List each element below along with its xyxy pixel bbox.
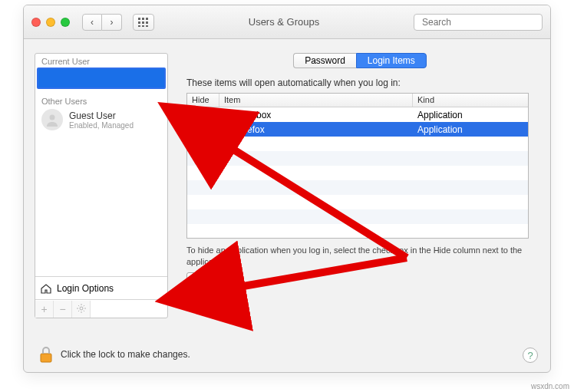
help-button[interactable]: ? bbox=[523, 348, 538, 363]
show-all-button[interactable] bbox=[133, 14, 154, 31]
guest-name: Guest User bbox=[69, 110, 134, 121]
window-title: Users & Groups bbox=[160, 16, 407, 28]
svg-point-27 bbox=[224, 127, 229, 131]
svg-marker-25 bbox=[224, 116, 229, 119]
table-row bbox=[187, 224, 528, 239]
svg-line-19 bbox=[78, 310, 79, 311]
forward-button[interactable]: › bbox=[102, 14, 122, 31]
add-item-button[interactable]: + bbox=[186, 272, 203, 288]
table-row bbox=[187, 195, 528, 209]
dropbox-icon bbox=[221, 110, 232, 120]
main-panel: Password Login Items These items will op… bbox=[180, 53, 539, 335]
item-name: Dropbox bbox=[236, 110, 271, 120]
item-name: Firefox bbox=[236, 124, 265, 135]
svg-rect-7 bbox=[142, 25, 144, 27]
table-row bbox=[187, 209, 528, 224]
svg-rect-2 bbox=[146, 18, 148, 20]
col-header-item[interactable]: Item bbox=[219, 94, 413, 107]
hide-hint-text: To hide an application when you log in, … bbox=[186, 245, 524, 268]
col-header-kind[interactable]: Kind bbox=[413, 94, 528, 107]
hide-checkbox[interactable] bbox=[199, 110, 208, 120]
sidebar-heading-current: Current User bbox=[35, 54, 167, 68]
gear-icon bbox=[77, 304, 86, 313]
add-user-button[interactable]: + bbox=[35, 301, 54, 318]
hide-checkbox[interactable] bbox=[199, 125, 208, 134]
user-sidebar: Current User Other Users Guest User Enab… bbox=[35, 53, 168, 318]
table-row bbox=[187, 151, 528, 166]
svg-marker-23 bbox=[221, 114, 226, 117]
svg-point-12 bbox=[80, 307, 83, 310]
svg-line-17 bbox=[78, 305, 79, 306]
svg-rect-6 bbox=[138, 25, 140, 27]
login-options-label: Login Options bbox=[57, 283, 114, 294]
guest-subtitle: Enabled, Managed bbox=[69, 121, 134, 130]
minimize-icon[interactable] bbox=[46, 18, 55, 27]
lock-text: Click the lock to make changes. bbox=[61, 349, 190, 360]
svg-line-20 bbox=[83, 305, 84, 306]
login-items-instruction: These items will open automatically when… bbox=[186, 77, 539, 88]
search-input[interactable] bbox=[422, 17, 537, 28]
lock-icon[interactable] bbox=[39, 346, 53, 363]
tab-password[interactable]: Password bbox=[293, 53, 356, 68]
svg-point-11 bbox=[50, 115, 55, 120]
back-button[interactable]: ‹ bbox=[82, 14, 102, 31]
user-actions-button[interactable] bbox=[72, 301, 91, 318]
svg-rect-1 bbox=[142, 18, 144, 20]
table-row bbox=[187, 137, 528, 151]
svg-rect-4 bbox=[142, 21, 144, 24]
table-row bbox=[187, 180, 528, 195]
remove-user-button[interactable]: − bbox=[54, 301, 72, 318]
table-row[interactable]: FirefoxApplication bbox=[187, 122, 528, 137]
svg-rect-28 bbox=[41, 354, 51, 362]
svg-rect-5 bbox=[146, 21, 148, 24]
zoom-icon[interactable] bbox=[61, 18, 70, 27]
avatar-icon bbox=[41, 109, 63, 130]
preferences-window: ‹ › Users & Groups Current User Other Us… bbox=[23, 5, 551, 373]
svg-marker-24 bbox=[226, 114, 232, 117]
table-row bbox=[187, 166, 528, 180]
table-row[interactable]: DropboxApplication bbox=[187, 107, 528, 122]
tab-login-items[interactable]: Login Items bbox=[356, 53, 427, 68]
search-field[interactable] bbox=[414, 14, 543, 31]
svg-rect-8 bbox=[146, 25, 148, 27]
firefox-icon bbox=[221, 124, 232, 135]
house-icon bbox=[40, 282, 52, 295]
login-options-button[interactable]: Login Options bbox=[35, 276, 167, 299]
svg-line-18 bbox=[83, 310, 84, 311]
close-icon[interactable] bbox=[31, 18, 41, 27]
svg-marker-22 bbox=[226, 110, 232, 114]
watermark: wsxdn.com bbox=[531, 382, 569, 390]
remove-item-button[interactable]: − bbox=[203, 272, 220, 288]
svg-marker-21 bbox=[221, 110, 226, 114]
sidebar-item-guest[interactable]: Guest User Enabled, Managed bbox=[35, 107, 167, 135]
login-items-table: Hide Item Kind DropboxApplicationFirefox… bbox=[186, 93, 529, 239]
titlebar: ‹ › Users & Groups bbox=[24, 5, 550, 39]
svg-rect-3 bbox=[138, 21, 140, 24]
sidebar-heading-other: Other Users bbox=[35, 94, 167, 107]
item-kind: Application bbox=[413, 124, 528, 135]
item-kind: Application bbox=[413, 110, 528, 120]
svg-rect-0 bbox=[138, 18, 140, 20]
col-header-hide[interactable]: Hide bbox=[187, 94, 219, 107]
sidebar-item-current-user[interactable] bbox=[37, 68, 166, 89]
